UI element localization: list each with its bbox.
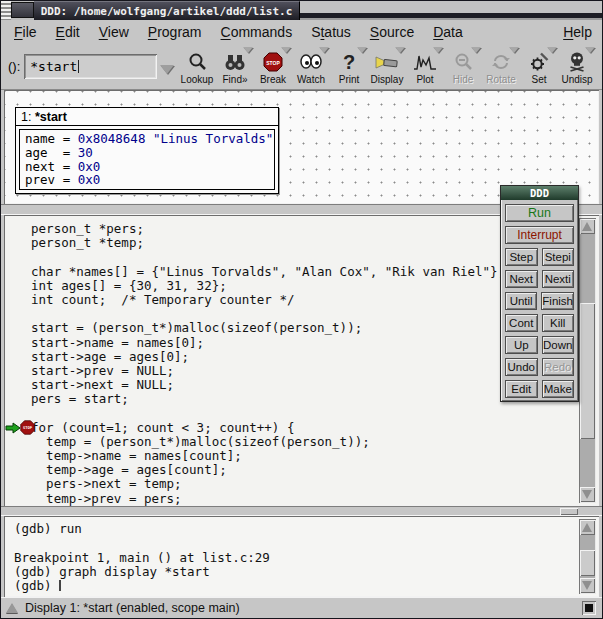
- up-button[interactable]: Up: [505, 336, 538, 354]
- scrollbar-thumb[interactable]: [580, 550, 595, 576]
- dropdown-arrow-icon[interactable]: [281, 47, 291, 53]
- window-resize-grip[interactable]: [1, 1, 11, 20]
- command-tool-panel[interactable]: DDD Run Interrupt StepStepi NextNexti Un…: [500, 185, 579, 402]
- field-row[interactable]: prev = 0x0: [25, 173, 269, 187]
- display-box-title[interactable]: 1: *start: [16, 108, 278, 126]
- dropdown-arrow-icon[interactable]: [433, 47, 443, 53]
- run-button[interactable]: Run: [505, 204, 574, 222]
- toolbar-button-break[interactable]: STOP Break: [254, 46, 292, 86]
- status-expand-icon[interactable]: [6, 603, 18, 613]
- source-line[interactable]: [16, 406, 575, 420]
- edit-button[interactable]: Edit: [505, 380, 538, 398]
- interrupt-button[interactable]: Interrupt: [505, 226, 574, 244]
- source-line[interactable]: temp->age = ages[count];: [16, 463, 575, 477]
- source-line[interactable]: start = (person_t*)malloc(sizeof(person_…: [16, 321, 575, 335]
- nexti-button[interactable]: Nexti: [542, 270, 575, 288]
- menu-edit[interactable]: Edit: [56, 24, 80, 40]
- gdb-console-pane[interactable]: (gdb) run Breakpoint 1, main () at list.…: [4, 516, 599, 597]
- source-line[interactable]: pers = start;: [16, 392, 575, 406]
- stepi-button[interactable]: Stepi: [542, 248, 575, 266]
- display-box-fields[interactable]: name = 0x8048648 "Linus Torvalds" age = …: [19, 129, 275, 190]
- make-button[interactable]: Make: [542, 380, 575, 398]
- source-line[interactable]: person_t *temp;: [16, 236, 575, 250]
- toolbar-button-set[interactable]: Set: [520, 46, 558, 86]
- svg-text:STOP: STOP: [23, 426, 33, 430]
- step-button[interactable]: Step: [505, 248, 538, 266]
- next-button[interactable]: Next: [505, 270, 538, 288]
- source-line[interactable]: start->age = ages[0];: [16, 350, 575, 364]
- dropdown-arrow-icon[interactable]: [319, 47, 329, 53]
- toolbar-button-print[interactable]: ? Print: [330, 46, 368, 86]
- cont-button[interactable]: Cont: [505, 314, 538, 332]
- menu-help[interactable]: Help: [563, 24, 592, 40]
- toolbar-button-lookup[interactable]: Lookup: [178, 46, 216, 86]
- console-scrollbar[interactable]: [579, 519, 596, 594]
- source-line[interactable]: pers->next = temp;: [16, 477, 575, 491]
- toolbar-button-label: Lookup: [181, 73, 214, 86]
- flashlight-icon: [375, 50, 399, 73]
- execution-arrow-icon: [5, 422, 21, 437]
- arg-label: ():: [8, 59, 20, 74]
- until-button[interactable]: Until: [505, 292, 537, 310]
- source-line[interactable]: char *names[] = {"Linus Torvalds", "Alan…: [16, 265, 575, 279]
- breakpoint-icon[interactable]: STOP: [20, 420, 35, 438]
- source-line[interactable]: start->name = names[0];: [16, 336, 575, 350]
- source-line[interactable]: [16, 250, 575, 264]
- menu-view[interactable]: View: [99, 24, 129, 40]
- scroll-up-icon[interactable]: [580, 219, 595, 234]
- command-tool-titlebar[interactable]: DDD: [501, 186, 578, 200]
- toolbar-button-find[interactable]: Find»: [216, 46, 254, 86]
- toolbar-button-hide: Hide: [444, 46, 482, 86]
- eyes-icon: [300, 50, 322, 73]
- undo-button[interactable]: Undo: [505, 358, 538, 376]
- toolbar-button-undisp[interactable]: Undisp: [558, 46, 596, 86]
- scroll-down-icon[interactable]: [580, 487, 595, 502]
- toolbar-button-watch[interactable]: Watch: [292, 46, 330, 86]
- dropdown-arrow-icon[interactable]: [547, 47, 557, 53]
- source-line[interactable]: temp = (person_t*)malloc(sizeof(person_t…: [16, 435, 575, 449]
- menu-status[interactable]: Status: [311, 24, 351, 40]
- menu-commands[interactable]: Commands: [221, 24, 293, 40]
- field-row[interactable]: age = 30: [25, 146, 269, 160]
- menu-file[interactable]: File: [14, 24, 37, 40]
- source-scrollbar[interactable]: [579, 218, 596, 503]
- scrollbar-thumb[interactable]: [580, 303, 595, 439]
- dropdown-arrow-icon[interactable]: [357, 47, 367, 53]
- dropdown-arrow-icon[interactable]: [243, 47, 253, 53]
- field-row[interactable]: name = 0x8048648 "Linus Torvalds": [25, 132, 269, 146]
- console-prompt-line[interactable]: (gdb): [14, 579, 575, 593]
- display-box-start[interactable]: 1: *start name = 0x8048648 "Linus Torval…: [15, 107, 279, 194]
- status-text: Display 1: *start (enabled, scope main): [25, 601, 240, 615]
- toolbar-button-display[interactable]: Display: [368, 46, 406, 86]
- down-button[interactable]: Down: [542, 336, 575, 354]
- source-line[interactable]: person_t *pers;: [16, 222, 575, 236]
- menu-label: ource: [379, 24, 414, 40]
- dropdown-arrow-icon[interactable]: [395, 47, 405, 53]
- skull-icon: [567, 50, 587, 73]
- dropdown-arrow-icon: [509, 47, 519, 53]
- menu-program[interactable]: Program: [148, 24, 202, 40]
- source-line[interactable]: temp->prev = pers;: [16, 492, 575, 506]
- source-line[interactable]: start->prev = NULL;: [16, 364, 575, 378]
- gdb-console[interactable]: (gdb) run Breakpoint 1, main () at list.…: [4, 516, 599, 593]
- argument-value: *start: [30, 59, 77, 74]
- toolbar-button-plot[interactable]: Plot: [406, 46, 444, 86]
- sash-grip[interactable]: [560, 508, 578, 515]
- window-menu-button[interactable]: [11, 2, 34, 18]
- source-line[interactable]: [16, 307, 575, 321]
- source-line[interactable]: int ages[] = {30, 31, 32};: [16, 279, 575, 293]
- source-line[interactable]: start->next = NULL;: [16, 378, 575, 392]
- scroll-down-icon[interactable]: [580, 578, 595, 593]
- scroll-up-icon[interactable]: [580, 520, 595, 535]
- combo-dropdown-icon[interactable]: [160, 65, 174, 74]
- dropdown-arrow-icon[interactable]: [585, 47, 595, 53]
- field-row[interactable]: next = 0x0: [25, 160, 269, 174]
- source-line-current[interactable]: for (count=1; count < 3; count++) {: [16, 421, 575, 435]
- source-line[interactable]: int count; /* Temporary counter */: [16, 293, 575, 307]
- kill-button[interactable]: Kill: [542, 314, 575, 332]
- finish-button[interactable]: Finish: [541, 292, 574, 310]
- source-line[interactable]: temp->name = names[count];: [16, 449, 575, 463]
- menu-data[interactable]: Data: [433, 24, 463, 40]
- argument-input[interactable]: *start: [24, 54, 157, 79]
- menu-source[interactable]: Source: [370, 24, 414, 40]
